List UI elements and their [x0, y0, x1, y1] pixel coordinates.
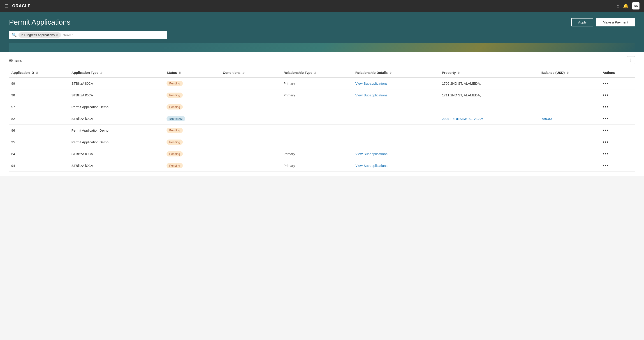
filter-chip-label: In Progress Applications: [21, 33, 54, 37]
col-header-application-type[interactable]: Application Type ⇵: [69, 68, 164, 78]
cell-actions: •••: [600, 78, 635, 89]
actions-menu-button[interactable]: •••: [603, 151, 609, 156]
view-subapplications-link[interactable]: View Subapplications: [356, 152, 388, 156]
status-badge: Pending: [166, 128, 183, 133]
cell-application-type: Permit Application Demo: [69, 136, 164, 148]
cell-application-type: Permit Application Demo: [69, 125, 164, 136]
cell-status: Pending: [164, 101, 220, 113]
balance-value: 789.00: [541, 117, 552, 121]
cell-application-id: 98: [9, 89, 69, 101]
status-badge: Pending: [166, 140, 183, 145]
search-input[interactable]: [63, 33, 164, 37]
cell-balance: [539, 125, 600, 136]
cell-relationship-type: [281, 136, 353, 148]
view-subapplications-link[interactable]: View Subapplications: [356, 164, 388, 168]
view-subapplications-link[interactable]: View Subapplications: [356, 82, 388, 85]
cell-status: Pending: [164, 148, 220, 160]
notification-icon[interactable]: 🔔: [623, 3, 629, 9]
cell-actions: •••: [600, 136, 635, 148]
cell-application-type: STBlitzAllCCA: [69, 78, 164, 89]
cell-status: Pending: [164, 89, 220, 101]
home-icon[interactable]: ⌂: [617, 4, 620, 9]
status-badge: Pending: [166, 93, 183, 98]
table-row: 94 STBlitzAllCCA Pending Primary View Su…: [9, 160, 635, 172]
cell-status: Pending: [164, 78, 220, 89]
cell-relationship-details: View Subapplications: [353, 148, 440, 160]
cell-application-id: 94: [9, 160, 69, 172]
col-header-relationship-type[interactable]: Relationship Type ⇵: [281, 68, 353, 78]
make-payment-button[interactable]: Make a Payment: [596, 18, 635, 27]
col-header-relationship-details[interactable]: Relationship Details ⇵: [353, 68, 440, 78]
user-avatar[interactable]: SA: [632, 2, 640, 10]
cell-conditions: [221, 160, 281, 172]
cell-property: [440, 125, 539, 136]
col-header-conditions[interactable]: Conditions ⇵: [221, 68, 281, 78]
cell-relationship-details: View Subapplications: [353, 78, 440, 89]
search-bar: 🔍 In Progress Applications ✕: [9, 31, 167, 39]
cell-balance: [539, 136, 600, 148]
download-button[interactable]: ⭳: [627, 56, 635, 64]
cell-application-id: 64: [9, 148, 69, 160]
cell-relationship-details: View Subapplications: [353, 89, 440, 101]
table-row: 97 Permit Application Demo Pending •••: [9, 101, 635, 113]
table-header-row: Application ID ⇵ Application Type ⇵ Stat…: [9, 68, 635, 78]
cell-application-type: STBlitzAllCCA: [69, 113, 164, 125]
cell-conditions: [221, 101, 281, 113]
cell-conditions: [221, 89, 281, 101]
cell-relationship-type: Primary: [281, 148, 353, 160]
table-row: 95 Permit Application Demo Pending •••: [9, 136, 635, 148]
status-badge: Pending: [166, 81, 183, 86]
cell-property: [440, 136, 539, 148]
cell-actions: •••: [600, 148, 635, 160]
cell-application-type: Permit Application Demo: [69, 101, 164, 113]
actions-menu-button[interactable]: •••: [603, 81, 609, 86]
cell-application-type: STBlitzAllCCA: [69, 148, 164, 160]
actions-menu-button[interactable]: •••: [603, 128, 609, 133]
view-subapplications-link[interactable]: View Subapplications: [356, 93, 388, 97]
sort-icon-property: ⇵: [458, 71, 460, 75]
filter-chip: In Progress Applications ✕: [18, 32, 61, 38]
property-value: 1711 2ND ST, ALAMEDA,: [442, 93, 481, 97]
cell-relationship-details: View Subapplications: [353, 160, 440, 172]
filter-chip-close-icon[interactable]: ✕: [56, 33, 59, 37]
cell-relationship-type: Primary: [281, 89, 353, 101]
cell-application-type: STBlitzAllCCA: [69, 89, 164, 101]
apply-button[interactable]: Apply: [571, 18, 594, 27]
col-header-property[interactable]: Property ⇵: [440, 68, 539, 78]
col-header-status[interactable]: Status ⇵: [164, 68, 220, 78]
nav-right: ⌂ 🔔 SA: [617, 2, 640, 10]
cell-balance: [539, 101, 600, 113]
cell-application-id: 82: [9, 113, 69, 125]
cell-property: 2904 FERNSIDE BL, ALAM: [440, 113, 539, 125]
sort-icon-conditions: ⇵: [242, 71, 244, 75]
header-top-row: Permit Applications Apply Make a Payment: [9, 18, 635, 27]
cell-property: 1711 2ND ST, ALAMEDA,: [440, 89, 539, 101]
table-row: 64 STBlitzAllCCA Pending Primary View Su…: [9, 148, 635, 160]
cell-relationship-details: [353, 101, 440, 113]
hamburger-menu-icon[interactable]: ☰: [4, 3, 8, 9]
col-header-balance[interactable]: Balance (USD) ⇵: [539, 68, 600, 78]
cell-relationship-type: [281, 101, 353, 113]
actions-menu-button[interactable]: •••: [603, 104, 609, 109]
table-row: 98 STBlitzAllCCA Pending Primary View Su…: [9, 89, 635, 101]
cell-property: [440, 160, 539, 172]
table-header-row: 66 items ⭳: [9, 56, 635, 64]
cell-balance: [539, 78, 600, 89]
cell-relationship-type: [281, 125, 353, 136]
search-icon: 🔍: [12, 33, 17, 38]
sort-icon-rel-type: ⇵: [314, 71, 316, 75]
cell-property: [440, 101, 539, 113]
cell-balance: [539, 148, 600, 160]
actions-menu-button[interactable]: •••: [603, 116, 609, 121]
cell-actions: •••: [600, 101, 635, 113]
cell-application-id: 95: [9, 136, 69, 148]
actions-menu-button[interactable]: •••: [603, 163, 609, 168]
col-header-application-id[interactable]: Application ID ⇵: [9, 68, 69, 78]
col-header-actions: Actions: [600, 68, 635, 78]
property-link[interactable]: 2904 FERNSIDE BL, ALAM: [442, 117, 483, 121]
cell-conditions: [221, 113, 281, 125]
actions-menu-button[interactable]: •••: [603, 93, 609, 98]
actions-menu-button[interactable]: •••: [603, 140, 609, 145]
cell-status: Pending: [164, 160, 220, 172]
cell-relationship-details: [353, 113, 440, 125]
